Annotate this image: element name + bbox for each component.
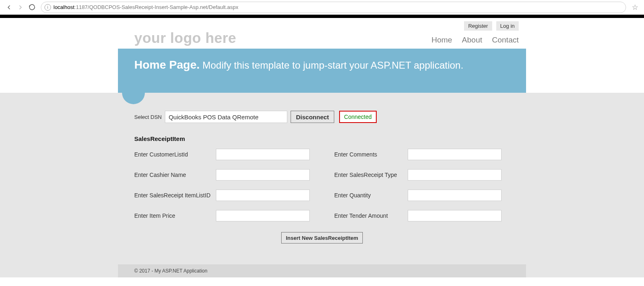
hero-bubble-decor [122,81,145,104]
input-salesreceipt-type[interactable] [408,169,502,181]
input-comments[interactable] [408,149,502,160]
main-nav: Home About Contact [431,36,519,46]
dsn-input[interactable] [165,111,287,123]
input-customer-list-id[interactable] [216,149,310,160]
section-title: SalesReceiptItem [134,135,510,142]
url-host: localhost [53,4,74,10]
dsn-label: Select DSN [134,114,162,120]
label-item-price: Enter Item Price [134,212,216,219]
label-cashier-name: Enter Cashier Name [134,172,216,178]
forward-button[interactable] [15,2,26,13]
disconnect-button[interactable]: Disconnect [291,111,334,123]
reload-button[interactable] [26,2,38,13]
content-area: Select DSN Disconnect Connected SalesRec… [118,93,526,264]
label-tender-amount: Enter Tender Amount [334,212,408,219]
login-link[interactable]: Log in [496,21,519,31]
label-salesreceipt-type: Enter SalesReceipt Type [334,172,408,178]
nav-about[interactable]: About [462,36,482,45]
footer: © 2017 - My ASP.NET Application [118,264,526,277]
nav-home[interactable]: Home [431,36,452,45]
input-quantity[interactable] [408,190,502,201]
nav-contact[interactable]: Contact [492,36,519,45]
browser-toolbar: i localhost:1187/QODBCPOS-SalesReceipt-I… [0,0,644,15]
input-cashier-name[interactable] [216,169,310,181]
hero-banner: Home Page. Modify this template to jump-… [118,49,526,93]
account-nav: Register Log in [118,18,526,31]
header: your logo here Home About Contact [118,31,526,49]
site-info-icon[interactable]: i [44,4,51,11]
label-customer-list-id: Enter CustomerListId [134,151,216,158]
input-tender-amount[interactable] [408,210,502,221]
hero-subtitle: Modify this template to jump-start your … [202,60,463,71]
form-grid: Enter CustomerListId Enter Comments Ente… [134,149,510,221]
connection-status-badge: Connected [339,111,377,123]
site-logo[interactable]: your logo here [134,30,236,46]
label-quantity: Enter Quantity [334,192,408,199]
insert-button[interactable]: Insert New SalesReceiptItem [281,232,362,244]
input-salesreceipt-itemlistid[interactable] [216,190,310,201]
label-salesreceipt-itemlistid: Enter SalesReceipt ItemListID [134,192,216,199]
register-link[interactable]: Register [464,21,492,31]
bookmark-star-icon[interactable]: ☆ [629,2,641,13]
black-divider [0,15,644,18]
address-bar[interactable]: i localhost:1187/QODBCPOS-SalesReceipt-I… [41,2,626,13]
input-item-price[interactable] [216,210,310,221]
label-comments: Enter Comments [334,151,408,158]
hero-title: Home Page. [134,58,200,71]
dsn-row: Select DSN Disconnect Connected [134,111,510,123]
url-path: :1187/QODBCPOS-SalesReceipt-Insert-Sampl… [74,4,238,10]
back-button[interactable] [3,2,15,13]
